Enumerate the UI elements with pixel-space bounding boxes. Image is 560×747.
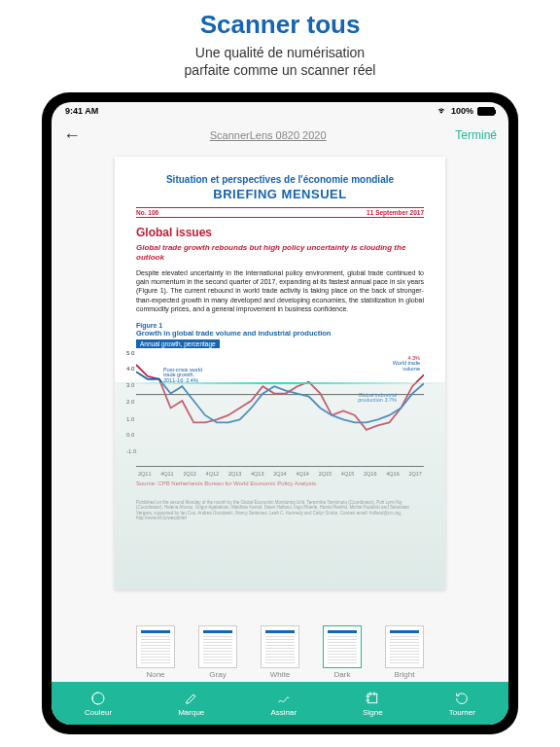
assinar-icon	[276, 691, 292, 706]
signe-icon	[365, 691, 380, 706]
doc-date: 11 September 2017	[367, 209, 424, 216]
thumb-label: None	[146, 670, 164, 679]
scan-line	[115, 382, 445, 384]
main-preview: Situation et perspectives de l'économie …	[52, 151, 508, 622]
toolbar-marque[interactable]: Marque	[178, 691, 204, 717]
toolbar-label: Assinar	[270, 708, 297, 717]
status-bar: 9:41 AM ᯤ 100%	[52, 102, 508, 120]
section-subtitle: Global trade growth rebounds but high po…	[136, 243, 424, 262]
chart-source: Source: CPB Netherlands Bureau for World…	[136, 480, 424, 486]
thumb-label: White	[270, 670, 290, 679]
filter-thumb-none[interactable]: None	[133, 625, 178, 679]
body-text: Despite elevated uncertainty in the inte…	[136, 268, 424, 314]
filter-thumb-white[interactable]: White	[258, 625, 302, 679]
filter-thumb-gray[interactable]: Gray	[195, 625, 240, 679]
back-button[interactable]: ←	[63, 125, 81, 146]
toolbar-label: Signe	[363, 708, 382, 717]
toolbar-couleur[interactable]: Couleur	[85, 691, 112, 717]
thumb-preview	[261, 625, 299, 668]
thumb-preview	[385, 625, 424, 668]
figure-label: Figure 1	[136, 322, 424, 329]
figure-axis-label: Annual growth, percentage	[136, 339, 220, 348]
thumb-preview	[198, 625, 237, 668]
chart-annotation-2: 4.3%World tradevolume	[393, 356, 420, 373]
marque-icon	[184, 691, 199, 706]
status-time: 9:41 AM	[65, 106, 98, 116]
battery-icon	[477, 107, 495, 116]
doc-meta-bar: No. 106 11 September 2017	[136, 207, 424, 218]
filter-thumb-dark[interactable]: Dark	[320, 625, 365, 679]
couleur-icon	[90, 691, 106, 706]
doc-heading: Situation et perspectives de l'économie …	[136, 174, 424, 185]
toolbar-tourner[interactable]: Tourner	[449, 691, 475, 717]
thumb-label: Gray	[209, 670, 226, 679]
thumb-preview	[136, 625, 175, 668]
figure-title: Growth in global trade volume and indust…	[136, 329, 424, 338]
battery-label: 100%	[451, 106, 473, 116]
thumb-preview	[323, 625, 362, 668]
toolbar-label: Couleur	[85, 708, 112, 717]
svg-rect-2	[368, 694, 377, 702]
filter-thumbnails: NoneGrayWhiteDarkBright	[52, 622, 508, 682]
document-title[interactable]: ScannerLens 0820 2020	[210, 129, 327, 141]
chart-annotation-3: Global industrialproduction 3.7%	[358, 393, 397, 404]
tourner-icon	[454, 691, 470, 706]
wifi-icon: ᯤ	[438, 106, 447, 116]
toolbar-assinar[interactable]: Assinar	[270, 691, 297, 717]
top-bar: ← ScannerLens 0820 2020 Terminé	[52, 120, 508, 151]
thumb-label: Bright	[395, 670, 415, 679]
chart: 5.0 4.0 3.0 2.0 1.0 0.0 -1.0 Post-crisis…	[136, 350, 424, 467]
promo-subtitle: Une qualité de numérisationparfaite comm…	[0, 44, 560, 79]
status-right: ᯤ 100%	[438, 106, 495, 116]
scanned-document[interactable]: Situation et perspectives de l'économie …	[115, 157, 445, 589]
tablet-frame: 9:41 AM ᯤ 100% ← ScannerLens 0820 2020 T…	[42, 92, 518, 734]
filter-thumb-bright[interactable]: Bright	[382, 625, 427, 679]
doc-footer: Published on the second Monday of the mo…	[136, 500, 424, 521]
bottom-toolbar: CouleurMarqueAssinarSigneTourner	[52, 682, 508, 725]
promo-title: Scanner tous	[0, 10, 560, 40]
chart-annotation-1: Post-crisis worldtrade growth,2011-16: 2…	[163, 368, 202, 384]
toolbar-label: Marque	[178, 708, 204, 717]
screen: 9:41 AM ᯤ 100% ← ScannerLens 0820 2020 T…	[52, 102, 508, 725]
promo-header: Scanner tous Une qualité de numérisation…	[0, 0, 560, 85]
thumb-label: Dark	[334, 670, 351, 679]
chart-x-labels: 2Q114Q112Q124Q122Q134Q132Q144Q142Q154Q15…	[136, 471, 424, 477]
toolbar-label: Tourner	[449, 708, 475, 717]
done-button[interactable]: Terminé	[455, 128, 497, 142]
toolbar-signe[interactable]: Signe	[363, 691, 382, 717]
doc-subheading: BRIEFING MENSUEL	[136, 187, 424, 201]
section-heading: Global issues	[136, 226, 424, 239]
doc-number: No. 106	[136, 209, 158, 216]
